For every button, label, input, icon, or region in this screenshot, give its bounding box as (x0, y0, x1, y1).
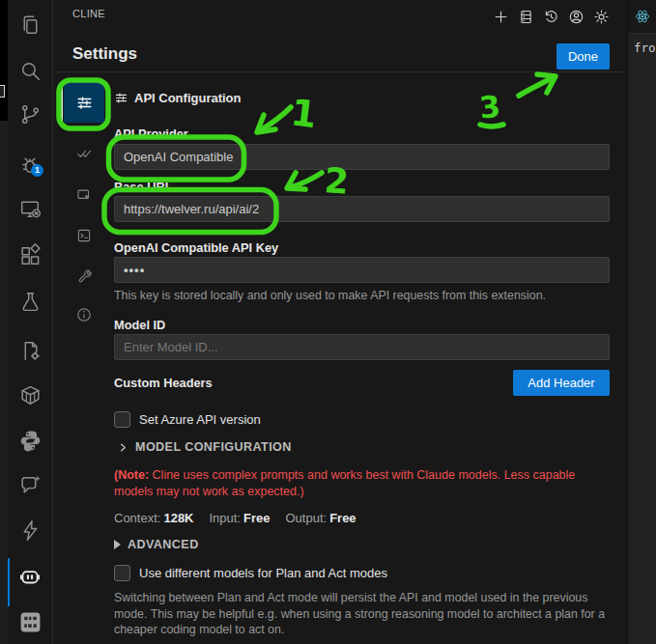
add-header-button[interactable]: Add Header (513, 370, 610, 396)
model-configuration-label: MODEL CONFIGURATION (135, 440, 292, 454)
remote-explorer-icon[interactable] (16, 195, 43, 222)
pixel-extension-icon[interactable] (16, 608, 43, 635)
react-file-icon[interactable] (635, 9, 650, 24)
plan-act-label: Use different models for Plan and Act mo… (139, 566, 387, 580)
api-provider-dropdown[interactable]: OpenAI Compatible (114, 144, 610, 170)
model-configuration-header[interactable]: MODEL CONFIGURATION (118, 440, 292, 454)
api-provider-value: OpenAI Compatible (124, 150, 233, 164)
cmake-tools-icon[interactable] (16, 337, 43, 364)
code-fragment: fro (634, 41, 656, 55)
background-window-glyph (0, 85, 5, 98)
triangle-right-icon (114, 540, 121, 549)
chevron-right-icon (118, 442, 128, 453)
azure-version-row: Set Azure API version (114, 411, 261, 428)
model-stats-row: Context:128K Input:Free Output:Free (114, 511, 357, 525)
api-key-label: OpenAI Compatible API Key (114, 240, 278, 255)
model-id-input[interactable] (114, 334, 610, 360)
note-rest: Cline uses complex prompts and works bes… (114, 468, 575, 498)
testing-beaker-icon[interactable] (16, 288, 43, 315)
custom-headers-label: Custom Headers (114, 376, 213, 390)
base-url-label: Base URL (114, 180, 172, 194)
explorer-icon[interactable] (16, 12, 43, 39)
search-icon[interactable] (16, 57, 43, 84)
api-key-input[interactable] (114, 257, 610, 283)
extensions-icon[interactable] (16, 241, 43, 268)
active-view-indicator (8, 558, 10, 606)
tab-api-configuration[interactable] (64, 82, 104, 123)
debug-badge: 1 (31, 164, 43, 177)
azure-version-checkbox[interactable] (114, 411, 130, 428)
tab-about-info[interactable] (64, 294, 104, 335)
plan-act-help: Switching between Plan and Act mode will… (114, 590, 607, 638)
note-bold: (Note: (114, 468, 149, 482)
tab-auto-approve[interactable] (64, 133, 104, 174)
settings-tab-active-indicator (61, 84, 63, 122)
containers-icon[interactable] (16, 381, 43, 408)
settings-content: API Configuration API Provider OpenAI Co… (114, 0, 610, 644)
plan-act-checkbox[interactable] (114, 565, 130, 581)
python-icon[interactable] (16, 427, 43, 454)
api-configuration-title: API Configuration (134, 91, 242, 105)
activity-bar: 1 (8, 0, 53, 644)
plan-act-row: Use different models for Plan and Act mo… (114, 565, 387, 581)
editor-tab-strip (628, 0, 656, 34)
base-url-input[interactable] (114, 196, 610, 222)
screen-edge (0, 0, 8, 644)
stat-input: Input:Free (210, 511, 271, 525)
azure-version-label: Set Azure API version (139, 412, 261, 427)
tab-features-wrench[interactable] (64, 256, 104, 296)
sliders-icon (114, 91, 128, 105)
advanced-label: ADVANCED (128, 538, 199, 551)
source-control-icon[interactable] (16, 100, 43, 127)
cline-robot-icon[interactable] (16, 563, 43, 590)
model-id-label: Model ID (114, 318, 165, 332)
chat-sparkle-icon[interactable] (16, 471, 43, 498)
api-configuration-heading: API Configuration (114, 91, 242, 105)
stat-output: Output:Free (286, 511, 357, 525)
panel-title: CLINE (72, 8, 105, 19)
run-debug-icon[interactable]: 1 (16, 152, 43, 179)
api-key-help: This key is stored locally and only used… (114, 288, 546, 304)
stat-context: Context:128K (114, 511, 194, 525)
tab-terminal[interactable] (64, 215, 104, 256)
cline-panel: CLINE Settings Done (54, 0, 626, 644)
claude-note: (Note: Cline uses complex prompts and wo… (114, 467, 602, 500)
api-provider-label: API Provider (114, 126, 188, 141)
tab-browser[interactable] (64, 175, 104, 215)
thunder-client-icon[interactable] (16, 517, 43, 544)
advanced-header[interactable]: ADVANCED (114, 538, 199, 551)
editor-area: fro (627, 0, 656, 644)
screen-edge-black (0, 0, 8, 121)
